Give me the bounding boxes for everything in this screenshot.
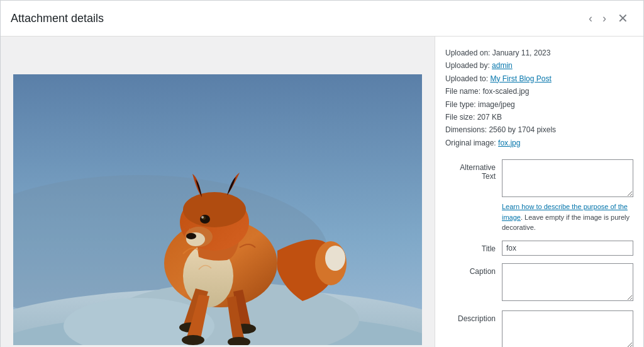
original-image-link[interactable]: fox.jpg [498,139,520,147]
dimensions-row: Dimensions: 2560 by 1704 pixels [445,123,633,136]
file-name-label: File name: [445,87,480,96]
caption-field [502,263,633,303]
title-field [502,241,633,256]
title-label: Title [445,241,502,253]
alt-text-hint: Learn how to describe the purpose of the… [502,202,633,233]
uploaded-on-value: January 11, 2023 [492,48,551,57]
file-size-label: File size: [445,113,475,122]
form-section: Alternative Text Learn how to describe t… [445,159,633,347]
meta-section: Uploaded on: January 11, 2023 Uploaded b… [445,47,633,149]
file-size-value: 207 KB [477,113,502,122]
file-type-row: File type: image/jpeg [445,98,633,111]
modal-title: Attachment details [11,12,585,25]
description-field [502,310,633,347]
description-row: Description [445,310,633,347]
description-label: Description [445,310,502,323]
svg-point-12 [182,335,204,345]
svg-point-9 [325,246,345,271]
image-container [13,74,422,345]
file-type-label: File type: [445,100,476,109]
file-name-value: fox-scaled.jpg [482,87,529,96]
file-name-row: File name: fox-scaled.jpg [445,85,633,98]
file-size-row: File size: 207 KB [445,111,633,123]
svg-point-21 [201,216,204,219]
svg-point-18 [186,233,196,239]
close-icon: ✕ [618,11,628,26]
uploaded-by-label: Uploaded by: [445,61,490,70]
uploaded-on-row: Uploaded on: January 11, 2023 [445,47,633,59]
uploaded-to-label: Uploaded to: [445,74,488,83]
uploaded-by-link[interactable]: admin [492,61,513,70]
fox-image [13,74,422,345]
dimensions-value: 2560 by 1704 pixels [489,125,556,134]
caption-row: Caption [445,263,633,303]
prev-attachment-button[interactable]: ‹ [585,9,596,28]
svg-point-15 [183,192,246,227]
close-modal-button[interactable]: ✕ [613,8,633,28]
original-image-row: Original image: fox.jpg [445,137,633,149]
modal-header: Attachment details ‹ › ✕ [1,1,643,37]
uploaded-on-label: Uploaded on: [445,48,490,57]
attachment-details-modal: Attachment details ‹ › ✕ [0,0,644,347]
uploaded-to-link[interactable]: My First Blog Post [490,74,551,83]
alt-text-row: Alternative Text Learn how to describe t… [445,159,633,233]
dimensions-label: Dimensions: [445,125,487,134]
caption-input[interactable] [502,263,633,301]
chevron-right-icon: › [602,12,606,25]
file-type-value: image/jpeg [478,100,515,109]
next-attachment-button[interactable]: › [599,9,610,28]
uploaded-by-row: Uploaded by: admin [445,59,633,72]
modal-nav-buttons: ‹ › ✕ [585,8,633,28]
alt-text-field: Learn how to describe the purpose of the… [502,159,633,233]
modal-body: Edit Image Uploaded on: January 11, 2023… [1,37,643,347]
alt-text-input[interactable] [502,159,633,197]
details-panel: Uploaded on: January 11, 2023 Uploaded b… [435,37,643,347]
description-input[interactable] [502,310,633,347]
uploaded-to-row: Uploaded to: My First Blog Post [445,72,633,85]
title-input[interactable] [502,241,633,256]
image-panel: Edit Image [1,37,435,347]
caption-label: Caption [445,263,502,276]
title-row: Title [445,241,633,256]
alt-text-label: Alternative Text [445,159,502,181]
alt-text-hint-text: . Leave empty if the image is purely dec… [502,213,630,232]
chevron-left-icon: ‹ [589,12,592,25]
original-image-label: Original image: [445,139,496,147]
